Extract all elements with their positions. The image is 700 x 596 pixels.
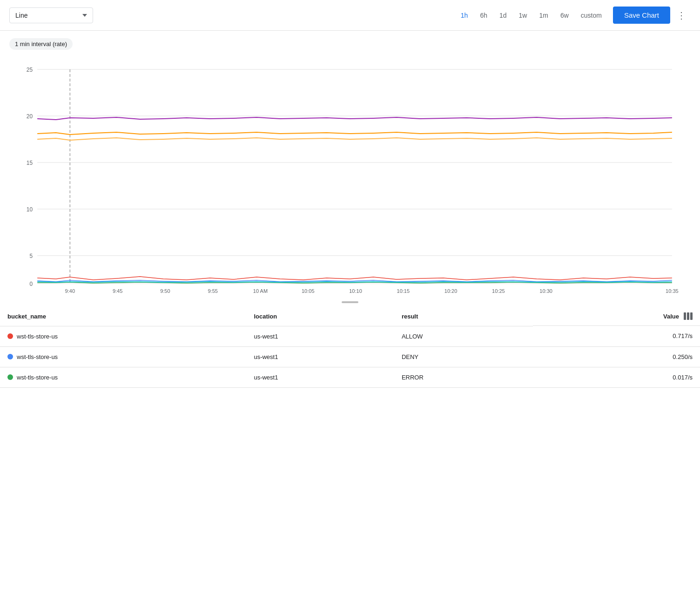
time-range-6w[interactable]: 6w: [556, 9, 573, 22]
cell-result-2: DENY: [394, 346, 533, 367]
chart-type-label: Line: [15, 12, 27, 19]
svg-rect-0: [9, 55, 691, 298]
time-range-1d[interactable]: 1d: [495, 9, 512, 22]
legend-dot-allow: [7, 333, 13, 339]
cell-bucket-3: wst-tls-store-us: [0, 367, 246, 387]
interval-badge: 1 min interval (rate): [9, 38, 73, 50]
toolbar: Line 1h 6h 1d 1w 1m 6w custom Save Chart…: [0, 0, 700, 31]
svg-text:10:35: 10:35: [666, 288, 679, 294]
cell-result-3: ERROR: [394, 367, 533, 387]
svg-text:10 AM: 10 AM: [253, 288, 268, 294]
time-range-custom[interactable]: custom: [576, 9, 606, 22]
col-header-location: location: [246, 307, 394, 326]
svg-text:10:25: 10:25: [492, 288, 505, 294]
svg-text:10:15: 10:15: [397, 288, 410, 294]
chart-area: 1 min interval (rate) 25 20 15 10 5 0 9:…: [0, 31, 700, 298]
svg-text:9:55: 9:55: [208, 288, 217, 294]
cell-value-2: 0.250/s: [533, 346, 700, 367]
svg-text:9:40: 9:40: [65, 288, 75, 294]
chart-type-dropdown[interactable]: Line: [9, 7, 93, 23]
time-range-1m[interactable]: 1m: [534, 9, 552, 22]
cell-location-3: us-west1: [246, 367, 394, 387]
svg-text:10:05: 10:05: [302, 288, 315, 294]
svg-text:9:50: 9:50: [160, 288, 170, 294]
time-range-group: 1h 6h 1d 1w 1m 6w custom Save Chart ⋮: [456, 7, 691, 24]
cell-value-3: 0.017/s: [533, 367, 700, 387]
time-range-6h[interactable]: 6h: [475, 9, 492, 22]
legend-dot-error: [7, 374, 13, 380]
legend-section: bucket_name location result Value: [0, 307, 700, 388]
svg-text:25: 25: [27, 67, 33, 73]
col-header-result: result: [394, 307, 533, 326]
cell-result-1: ALLOW: [394, 326, 533, 346]
save-chart-button[interactable]: Save Chart: [613, 7, 670, 24]
svg-text:10:30: 10:30: [539, 288, 552, 294]
columns-icon[interactable]: [684, 312, 693, 320]
chart-svg: 25 20 15 10 5 0 9:40 9:45 9:50 9:55 10 A…: [9, 55, 691, 298]
table-row: wst-tls-store-us us-west1 DENY 0.250/s: [0, 346, 700, 367]
svg-text:0: 0: [29, 281, 33, 287]
chart-container: 25 20 15 10 5 0 9:40 9:45 9:50 9:55 10 A…: [9, 55, 691, 298]
col-header-value: Value: [533, 307, 700, 326]
svg-text:9:45: 9:45: [113, 288, 122, 294]
svg-text:5: 5: [29, 253, 33, 259]
cell-location-1: us-west1: [246, 326, 394, 346]
drag-handle-row: [0, 298, 700, 307]
more-options-button[interactable]: ⋮: [673, 8, 691, 23]
time-range-1w[interactable]: 1w: [514, 9, 532, 22]
time-range-1h[interactable]: 1h: [456, 9, 473, 22]
chevron-down-icon: [82, 14, 87, 17]
cell-bucket-1: wst-tls-store-us: [0, 326, 246, 346]
cell-location-2: us-west1: [246, 346, 394, 367]
legend-table: bucket_name location result Value: [0, 307, 700, 388]
svg-text:10:10: 10:10: [349, 288, 362, 294]
legend-dot-deny: [7, 354, 13, 359]
cell-bucket-2: wst-tls-store-us: [0, 346, 246, 367]
svg-text:20: 20: [27, 113, 33, 120]
table-row: wst-tls-store-us us-west1 ERROR 0.017/s: [0, 367, 700, 387]
svg-text:10: 10: [27, 206, 33, 213]
svg-text:15: 15: [27, 160, 33, 166]
col-header-bucket_name: bucket_name: [0, 307, 246, 326]
drag-handle[interactable]: [342, 301, 358, 303]
svg-text:10:20: 10:20: [444, 288, 458, 294]
table-row: wst-tls-store-us us-west1 ALLOW 0.717/s: [0, 326, 700, 346]
cell-value-1: 0.717/s: [533, 326, 700, 346]
